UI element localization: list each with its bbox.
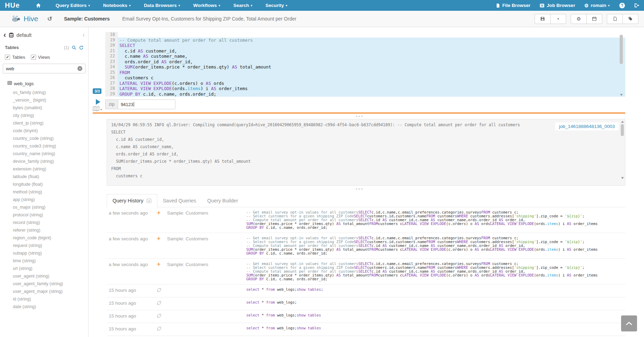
column-item[interactable]: code (tinyint) — [13, 127, 88, 135]
column-item[interactable]: country_code (string) — [13, 135, 88, 142]
nav-menu-item[interactable]: Query Editors ▾ — [56, 3, 90, 8]
database-name[interactable]: default — [16, 32, 32, 38]
column-item[interactable]: url (string) — [13, 265, 88, 272]
nav-menu-item[interactable]: Data Browsers ▾ — [144, 3, 180, 8]
column-item[interactable]: user_agent (string) — [13, 272, 88, 280]
code-line[interactable]: 22 c.name AS customer_name, — [105, 54, 625, 59]
code-line[interactable]: 24 SUM(order_items.price * order_items.q… — [105, 64, 625, 70]
history-row[interactable]: 15 hours ago select * from web_logs;show… — [107, 284, 625, 297]
scroll-to-top-button[interactable] — [621, 315, 637, 331]
query-title[interactable]: Sample: Customers — [64, 16, 109, 22]
history-row[interactable]: a few seconds ago ✈ Sample: Customers --… — [107, 259, 625, 284]
logout-icon[interactable] — [634, 3, 639, 8]
column-item[interactable]: id (string) — [13, 295, 88, 303]
scrollbar-down-arrow[interactable] — [620, 94, 623, 96]
column-item[interactable]: date (string) — [13, 303, 88, 311]
resize-handle[interactable] — [93, 116, 625, 117]
history-row[interactable]: a few seconds ago ✈ Sample: Customers --… — [107, 233, 625, 259]
column-item[interactable]: time (string) — [13, 257, 88, 265]
search-icon[interactable] — [72, 45, 76, 50]
filter-checkbox[interactable]: ✓ Views — [31, 55, 50, 60]
scrollbar-up-arrow[interactable] — [621, 121, 624, 123]
column-item[interactable]: city (string) — [13, 112, 88, 119]
resize-handle[interactable] — [93, 188, 625, 190]
table-item[interactable]: web_logs — [7, 81, 85, 86]
column-item[interactable]: referer (string) — [13, 226, 88, 234]
history-row[interactable]: 15 hours ago select * from web_logs;show… — [107, 323, 625, 336]
log-scrollbar[interactable] — [621, 121, 624, 179]
hue-logo[interactable]: HUe — [5, 1, 20, 9]
column-item[interactable]: os_major (string) — [13, 203, 88, 211]
tags-button[interactable] — [623, 14, 638, 24]
column-item[interactable]: longitude (float) — [13, 180, 88, 188]
history-row[interactable]: 15 hours ago select * from web_logs; — [107, 297, 625, 310]
functions-browser-button[interactable]: ▾ — [93, 106, 102, 113]
home-icon[interactable] — [36, 3, 41, 8]
chevron-down-icon: ▾ — [286, 4, 288, 7]
scrollbar-down-arrow[interactable] — [621, 177, 624, 179]
history-row[interactable]: a few seconds ago ✈ Sample: Customers --… — [107, 207, 625, 233]
scrollbar-thumb[interactable] — [621, 124, 624, 136]
collapse-panel-icon[interactable]: ‹ — [83, 31, 85, 39]
nav-menu-item[interactable]: Notebooks ▾ — [103, 3, 131, 8]
job-browser-link[interactable]: Job Browser — [539, 3, 575, 8]
code-line[interactable]: 21 c.id AS customer_id, — [105, 48, 625, 54]
history-tab[interactable]: Query History — [107, 194, 157, 207]
code-line[interactable]: 26 customers c — [105, 75, 625, 81]
code-line[interactable]: 23 ords.order_id AS order_id, — [105, 59, 625, 65]
column-item[interactable]: device_family (string) — [13, 158, 88, 165]
column-item[interactable]: app (string) — [13, 196, 88, 203]
table-search-input[interactable]: web × — [3, 64, 85, 73]
schedule-button[interactable] — [587, 14, 602, 24]
nav-menu-item[interactable]: Security ▾ — [265, 3, 287, 8]
code-line[interactable]: 18 — [105, 32, 625, 38]
settings-button[interactable]: ⚙ — [571, 14, 587, 24]
column-item[interactable]: _version_ (bigint) — [13, 96, 88, 104]
back-icon[interactable]: ‹ — [3, 32, 6, 38]
code-line[interactable]: 25 FROM — [105, 70, 625, 75]
scrollbar-thumb[interactable] — [620, 35, 623, 64]
save-button[interactable] — [535, 14, 551, 24]
column-item[interactable]: extension (string) — [13, 165, 88, 173]
save-options-button[interactable]: ▾ — [551, 14, 566, 24]
help-icon[interactable]: ? — [619, 3, 625, 8]
sql-editor[interactable]: 3/3 ▾ 18 19 -- Compute total amount pe — [93, 32, 625, 109]
clear-search-icon[interactable]: × — [77, 66, 82, 71]
column-item[interactable]: region_code (bigint) — [13, 234, 88, 242]
execute-button[interactable] — [96, 99, 100, 105]
column-item[interactable]: country_name (string) — [13, 150, 88, 158]
column-item[interactable]: bytes (smallint) — [13, 104, 88, 112]
user-menu[interactable]: ⚙ romain ▾ — [584, 3, 610, 8]
filter-checkbox[interactable]: ✓ Tables — [5, 55, 25, 60]
refresh-icon[interactable] — [79, 45, 84, 50]
query-history-icon[interactable]: ↺ — [47, 15, 52, 23]
file-browser-link[interactable]: File Browser — [496, 3, 530, 8]
code-line[interactable]: 27 LATERAL VIEW EXPLODE(c.orders) o AS o… — [105, 81, 625, 86]
code-line[interactable]: 29 GROUP BY c.id, c.name, ords.order_id; — [105, 91, 625, 97]
history-tab[interactable]: Saved Queries — [157, 194, 202, 207]
column-item[interactable]: request (string) — [13, 242, 88, 249]
code-line[interactable]: 20 SELECT — [105, 43, 625, 48]
column-item[interactable]: country_code3 (string) — [13, 142, 88, 150]
history-row[interactable]: 15 hours ago select * from web_logs;show… — [107, 310, 625, 323]
column-item[interactable]: subapp (string) — [13, 249, 88, 257]
history-tab[interactable]: Query Builder — [202, 194, 244, 207]
clear-history-calendar-icon[interactable] — [147, 198, 151, 203]
column-item[interactable]: os_family (string) — [13, 89, 88, 96]
code-line[interactable]: 19 -- Compute total amount per order for… — [105, 38, 625, 43]
job-link[interactable]: job_1461888648136_0003 — [555, 122, 619, 130]
nav-menu-item[interactable]: Search ▾ — [233, 3, 253, 8]
column-item[interactable]: latitude (float) — [13, 173, 88, 180]
column-item[interactable]: record (string) — [13, 219, 88, 226]
app-name[interactable]: Hive — [24, 15, 38, 23]
column-item[interactable]: method (string) — [13, 188, 88, 196]
variable-value-input[interactable]: 94123 — [118, 99, 175, 109]
column-item[interactable]: protocol (string) — [13, 211, 88, 219]
code-line[interactable]: 28 LATERAL VIEW EXPLODE(ords.items) i AS… — [105, 86, 625, 91]
new-query-button[interactable] — [607, 14, 623, 24]
column-item[interactable]: user_agent_family (string) — [13, 280, 88, 288]
nav-menu-item[interactable]: Workflows ▾ — [193, 3, 220, 8]
column-item[interactable]: user_agent_major (string) — [13, 288, 88, 295]
editor-scrollbar[interactable] — [620, 33, 623, 97]
column-item[interactable]: client_ip (string) — [13, 119, 88, 127]
